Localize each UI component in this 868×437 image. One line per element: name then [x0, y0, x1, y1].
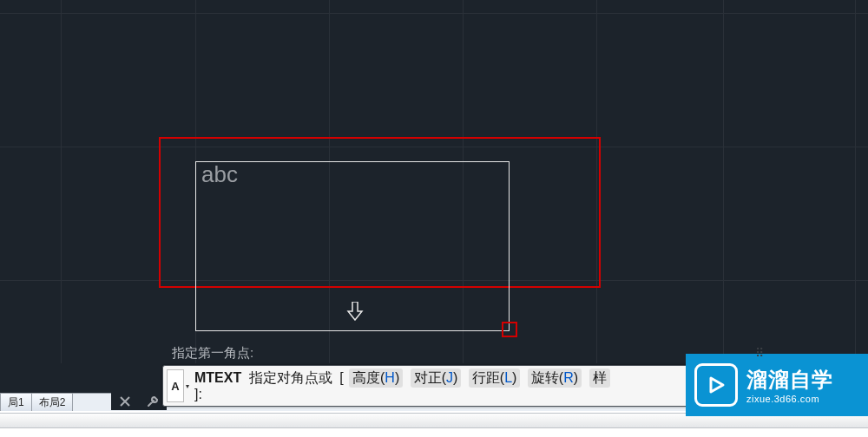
icon-letter: A — [171, 380, 179, 393]
tab-layout1-partial[interactable]: 局1 — [0, 394, 32, 411]
option-justify[interactable]: 对正(J) — [411, 369, 462, 388]
bracket-open: [ — [339, 370, 343, 385]
watermark-url: zixue.3d66.com — [746, 394, 833, 404]
option-rotate[interactable]: 旋转(R) — [528, 369, 582, 388]
crosshair-pickbox — [502, 322, 517, 337]
option-height[interactable]: 高度(H) — [349, 369, 403, 388]
watermark-logo: 溜溜自学 zixue.3d66.com — [686, 354, 868, 416]
wrench-icon[interactable] — [145, 394, 161, 409]
command-line-controls — [111, 393, 167, 410]
grip-handle-icon[interactable]: ⠿ — [755, 346, 764, 360]
command-prompt: 指定对角点或 — [249, 370, 332, 385]
option-style-partial[interactable]: 样 — [589, 369, 610, 388]
tab-label: 局1 — [8, 395, 24, 410]
play-icon — [694, 363, 738, 407]
mtext-placeholder: abc — [201, 161, 238, 188]
command-line2: ]: — [194, 386, 202, 403]
command-menu-tri-icon[interactable]: ▾ — [186, 382, 189, 390]
mtext-flow-arrow-icon — [346, 302, 364, 321]
command-a-icon[interactable]: A — [167, 369, 184, 402]
drawing-canvas[interactable]: abc 指定第一角点: — [0, 0, 868, 363]
command-name: MTEXT — [194, 370, 241, 385]
close-icon[interactable] — [117, 394, 133, 409]
tab-label: 布局2 — [39, 395, 66, 410]
dynamic-input-hint: 指定第一角点: — [172, 345, 253, 362]
option-linespacing[interactable]: 行距(L) — [469, 369, 521, 388]
tab-layout2[interactable]: 布局2 — [32, 394, 74, 411]
watermark-title: 溜溜自学 — [746, 366, 833, 394]
